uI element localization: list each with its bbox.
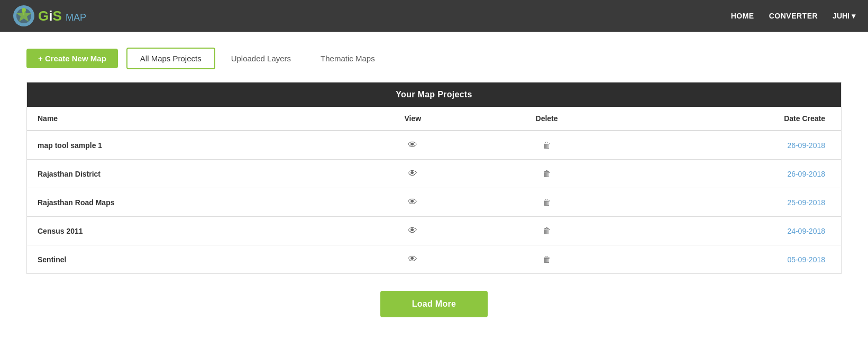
row-view-0[interactable]: 👁 — [350, 131, 475, 160]
table-header-row: Name View Delete Date Create — [27, 107, 841, 131]
svg-point-3 — [22, 8, 26, 12]
nav-user[interactable]: JUHI ▾ — [833, 12, 855, 20]
row-delete-2[interactable]: 🗑 — [475, 188, 618, 217]
row-date-2: 25-09-2018 — [618, 188, 841, 217]
row-delete-3[interactable]: 🗑 — [475, 217, 618, 245]
view-icon[interactable]: 👁 — [408, 140, 417, 150]
row-view-3[interactable]: 👁 — [350, 217, 475, 245]
nav-home[interactable]: HOME — [731, 12, 754, 20]
main-content: + Create New Map All Maps Projects Uploa… — [0, 32, 868, 344]
row-view-1[interactable]: 👁 — [350, 160, 475, 188]
row-date-3: 24-09-2018 — [618, 217, 841, 245]
table-row: Rajasthan District👁🗑26-09-2018 — [27, 160, 841, 188]
load-more-button[interactable]: Load More — [380, 291, 488, 317]
view-icon[interactable]: 👁 — [408, 225, 417, 236]
nav-converter[interactable]: CONVERTER — [769, 12, 818, 20]
user-name: JUHI — [833, 12, 849, 20]
map-projects-table: Name View Delete Date Create map tool sa… — [27, 107, 841, 273]
navbar: GiS MAP HOME CONVERTER JUHI ▾ — [0, 0, 868, 32]
row-name-4: Sentinel — [27, 245, 350, 274]
col-delete-header: Delete — [475, 107, 618, 131]
table-section-title: Your Map Projects — [27, 82, 841, 107]
brand-logo: GiS MAP — [13, 5, 86, 27]
row-delete-0[interactable]: 🗑 — [475, 131, 618, 160]
table-row: map tool sample 1👁🗑26-09-2018 — [27, 131, 841, 160]
navbar-nav: HOME CONVERTER JUHI ▾ — [731, 12, 855, 20]
row-date-0: 26-09-2018 — [618, 131, 841, 160]
logo-icon — [13, 5, 35, 27]
row-name-3: Census 2011 — [27, 217, 350, 245]
user-dropdown-caret: ▾ — [852, 12, 855, 20]
row-view-2[interactable]: 👁 — [350, 188, 475, 217]
load-more-section: Load More — [26, 291, 842, 317]
col-name-header: Name — [27, 107, 350, 131]
tab-all-maps[interactable]: All Maps Projects — [126, 48, 215, 69]
tabs-row: + Create New Map All Maps Projects Uploa… — [26, 48, 842, 69]
row-name-1: Rajasthan District — [27, 160, 350, 188]
row-delete-4[interactable]: 🗑 — [475, 245, 618, 274]
view-icon[interactable]: 👁 — [408, 197, 417, 207]
row-date-4: 05-09-2018 — [618, 245, 841, 274]
table-row: Census 2011👁🗑24-09-2018 — [27, 217, 841, 245]
map-projects-table-container: Your Map Projects Name View Delete Date … — [26, 82, 842, 274]
delete-icon[interactable]: 🗑 — [543, 198, 551, 207]
delete-icon[interactable]: 🗑 — [543, 255, 551, 264]
row-view-4[interactable]: 👁 — [350, 245, 475, 274]
row-delete-1[interactable]: 🗑 — [475, 160, 618, 188]
table-row: Rajasthan Road Maps👁🗑25-09-2018 — [27, 188, 841, 217]
delete-icon[interactable]: 🗑 — [543, 141, 551, 150]
row-name-2: Rajasthan Road Maps — [27, 188, 350, 217]
table-row: Sentinel👁🗑05-09-2018 — [27, 245, 841, 274]
tab-thematic-maps[interactable]: Thematic Maps — [307, 48, 389, 69]
delete-icon[interactable]: 🗑 — [543, 169, 551, 178]
col-view-header: View — [350, 107, 475, 131]
row-date-1: 26-09-2018 — [618, 160, 841, 188]
row-name-0: map tool sample 1 — [27, 131, 350, 160]
col-date-header: Date Create — [618, 107, 841, 131]
brand-text: GiS MAP — [38, 8, 86, 24]
view-icon[interactable]: 👁 — [408, 168, 417, 179]
delete-icon[interactable]: 🗑 — [543, 226, 551, 235]
tab-uploaded-layers[interactable]: Uploaded Layers — [217, 48, 305, 69]
view-icon[interactable]: 👁 — [408, 254, 417, 264]
create-new-map-button[interactable]: + Create New Map — [26, 49, 118, 68]
